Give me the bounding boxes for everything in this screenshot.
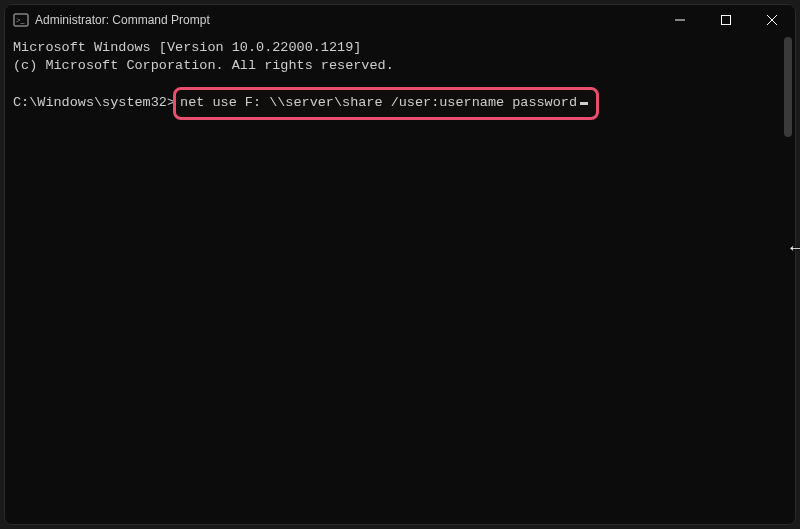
titlebar[interactable]: >_ Administrator: Command Prompt — [5, 5, 795, 35]
maximize-button[interactable] — [703, 5, 749, 35]
close-button[interactable] — [749, 5, 795, 35]
command-highlight: net use F: \\server\share /user:username… — [173, 87, 599, 119]
version-line: Microsoft Windows [Version 10.0.22000.12… — [13, 39, 787, 57]
arrow-left-icon: ← — [790, 238, 800, 258]
svg-text:>_: >_ — [16, 16, 26, 25]
command-input[interactable]: net use F: \\server\share /user:username… — [180, 94, 577, 112]
terminal-output[interactable]: Microsoft Windows [Version 10.0.22000.12… — [5, 35, 795, 524]
window-controls — [657, 5, 795, 35]
scrollbar-thumb[interactable] — [784, 37, 792, 137]
minimize-button[interactable] — [657, 5, 703, 35]
prompt-line: C:\Windows\system32> net use F: \\server… — [13, 87, 787, 119]
window-title: Administrator: Command Prompt — [35, 13, 210, 27]
copyright-line: (c) Microsoft Corporation. All rights re… — [13, 57, 787, 75]
cmd-icon: >_ — [13, 12, 29, 28]
command-prompt-window: >_ Administrator: Command Prompt Microso… — [4, 4, 796, 525]
text-cursor — [580, 102, 588, 105]
scrollbar[interactable] — [783, 37, 793, 517]
svg-rect-3 — [722, 16, 731, 25]
prompt-path: C:\Windows\system32> — [13, 94, 175, 112]
